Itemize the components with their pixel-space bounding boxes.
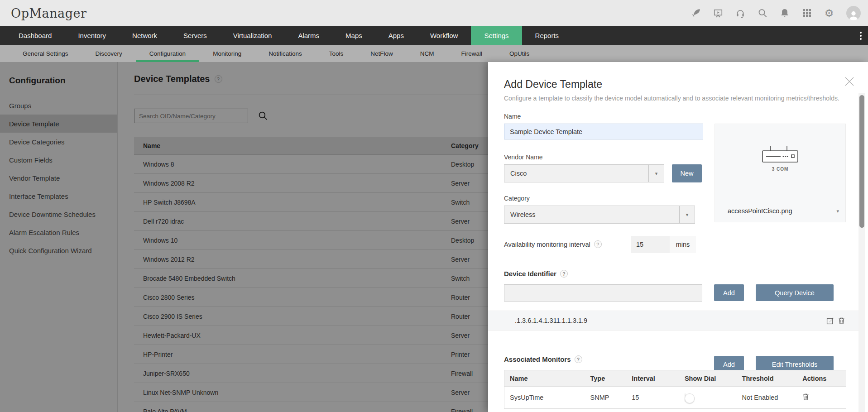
nav-item-network[interactable]: Network bbox=[119, 26, 170, 45]
monitors-header-row: Name Type Interval Show Dial Threshold A… bbox=[504, 370, 846, 387]
monitors-col-type: Type bbox=[590, 375, 632, 382]
main-nav: Dashboard Inventory Network Servers Virt… bbox=[0, 26, 868, 45]
chevron-down-icon: ▾ bbox=[836, 208, 839, 214]
query-device-button[interactable]: Query Device bbox=[756, 284, 834, 301]
identifier-oid-row: .1.3.6.1.4.1.311.1.1.3.1.9 bbox=[488, 311, 858, 331]
availability-help-icon[interactable]: ? bbox=[594, 240, 602, 248]
category-select-value: Wireless bbox=[504, 211, 679, 218]
delete-monitor-icon[interactable] bbox=[802, 395, 809, 402]
user-avatar[interactable] bbox=[846, 6, 861, 20]
device-identifier-input[interactable] bbox=[504, 284, 702, 302]
subnav-general-settings[interactable]: General Settings bbox=[9, 45, 82, 62]
name-label: Name bbox=[504, 113, 521, 120]
add-device-template-drawer: Add Device Template Configure a template… bbox=[488, 62, 868, 412]
vendor-label: Vendor Name bbox=[504, 153, 543, 161]
settings-gear-icon[interactable]: ⚙ bbox=[824, 8, 834, 18]
associated-monitors-label: Associated Monitors bbox=[504, 355, 571, 363]
app-logo: OpManager bbox=[11, 6, 86, 20]
header-icon-bar: ⚙ bbox=[691, 6, 861, 20]
nav-overflow-kebab-icon[interactable] bbox=[860, 26, 862, 45]
access-point-device-icon: 3 COM bbox=[715, 144, 845, 172]
monitors-col-threshold: Threshold bbox=[742, 375, 803, 382]
nav-item-maps[interactable]: Maps bbox=[332, 26, 375, 45]
support-headset-icon[interactable] bbox=[735, 8, 745, 18]
delete-oid-icon[interactable] bbox=[838, 317, 845, 325]
subnav-notifications[interactable]: Notifications bbox=[255, 45, 316, 62]
close-icon[interactable] bbox=[844, 76, 855, 87]
monitors-col-interval: Interval bbox=[632, 375, 685, 382]
drawer-title: Add Device Template bbox=[504, 78, 602, 91]
nav-item-workflow[interactable]: Workflow bbox=[417, 26, 471, 45]
subnav-oputils[interactable]: OpUtils bbox=[496, 45, 543, 62]
availability-interval-input[interactable] bbox=[631, 236, 670, 253]
top-header: OpManager ⚙ bbox=[0, 0, 868, 26]
subnav-monitoring[interactable]: Monitoring bbox=[199, 45, 255, 62]
subnav-firewall[interactable]: Firewall bbox=[448, 45, 496, 62]
subnav-configuration[interactable]: Configuration bbox=[136, 45, 199, 62]
training-presentation-icon[interactable] bbox=[713, 8, 723, 18]
subnav-netflow[interactable]: NetFlow bbox=[357, 45, 407, 62]
subnav-ncm[interactable]: NCM bbox=[407, 45, 448, 62]
subnav-discovery[interactable]: Discovery bbox=[82, 45, 136, 62]
nav-item-virtualization[interactable]: Virtualization bbox=[220, 26, 285, 45]
nav-item-alarms[interactable]: Alarms bbox=[285, 26, 332, 45]
apps-grid-icon[interactable] bbox=[802, 8, 812, 18]
modal-dim-overlay bbox=[0, 62, 488, 412]
content-area: Configuration Groups Device Template Dev… bbox=[0, 62, 868, 412]
monitors-col-actions: Actions bbox=[802, 375, 846, 382]
show-dial-toggle[interactable] bbox=[685, 393, 686, 402]
associated-monitors-help-icon[interactable]: ? bbox=[575, 355, 582, 363]
device-image-select[interactable]: accessPointCisco.png ▾ bbox=[728, 207, 839, 215]
availability-interval-unit: mins bbox=[670, 236, 696, 253]
drawer-scrollbar-thumb[interactable] bbox=[859, 95, 864, 228]
monitors-col-show-dial: Show Dial bbox=[685, 375, 742, 382]
edit-oid-icon[interactable] bbox=[826, 317, 834, 325]
nav-item-dashboard[interactable]: Dashboard bbox=[5, 26, 65, 45]
nav-item-settings[interactable]: Settings bbox=[471, 26, 522, 45]
availability-interval-label: Availability monitoring interval bbox=[504, 241, 590, 248]
rocket-icon[interactable] bbox=[691, 8, 701, 18]
category-label: Category bbox=[504, 195, 530, 202]
category-select[interactable]: Wireless ▾ bbox=[504, 206, 695, 224]
identifier-add-button[interactable]: Add bbox=[714, 284, 744, 301]
device-image-caption: 3 COM bbox=[772, 167, 789, 172]
nav-item-servers[interactable]: Servers bbox=[170, 26, 220, 45]
nav-item-inventory[interactable]: Inventory bbox=[65, 26, 119, 45]
monitor-type: SNMP bbox=[590, 394, 632, 401]
chevron-down-icon: ▾ bbox=[648, 165, 664, 182]
nav-item-reports[interactable]: Reports bbox=[522, 26, 572, 45]
notifications-bell-icon[interactable] bbox=[780, 8, 790, 18]
new-vendor-button[interactable]: New bbox=[672, 164, 702, 182]
monitors-col-name: Name bbox=[504, 375, 590, 382]
template-name-input[interactable] bbox=[504, 124, 703, 139]
device-image-picker: 3 COM accessPointCisco.png ▾ bbox=[715, 124, 846, 222]
chevron-down-icon: ▾ bbox=[679, 206, 695, 223]
associated-monitors-table: Name Type Interval Show Dial Threshold A… bbox=[504, 370, 846, 409]
monitor-interval: 15 bbox=[632, 394, 685, 401]
device-image-filename: accessPointCisco.png bbox=[728, 207, 836, 215]
vendor-select-value: Cisco bbox=[504, 170, 648, 177]
vendor-select[interactable]: Cisco ▾ bbox=[504, 164, 664, 182]
subnav-tools[interactable]: Tools bbox=[316, 45, 357, 62]
search-icon[interactable] bbox=[758, 8, 767, 18]
device-identifier-label: Device Identifier bbox=[504, 270, 556, 278]
device-identifier-help-icon[interactable]: ? bbox=[560, 270, 568, 278]
oid-value: .1.3.6.1.4.1.311.1.1.3.1.9 bbox=[515, 317, 826, 324]
settings-subnav: General Settings Discovery Configuration… bbox=[0, 45, 868, 62]
monitor-row: SysUpTime SNMP 15 Not Enabled bbox=[504, 387, 846, 408]
monitor-threshold: Not Enabled bbox=[742, 394, 803, 401]
nav-item-apps[interactable]: Apps bbox=[375, 26, 417, 45]
drawer-subtitle: Configure a template to classify the dev… bbox=[504, 95, 841, 102]
drawer-scrollbar-track[interactable] bbox=[858, 93, 865, 412]
monitor-name: SysUpTime bbox=[504, 394, 590, 401]
